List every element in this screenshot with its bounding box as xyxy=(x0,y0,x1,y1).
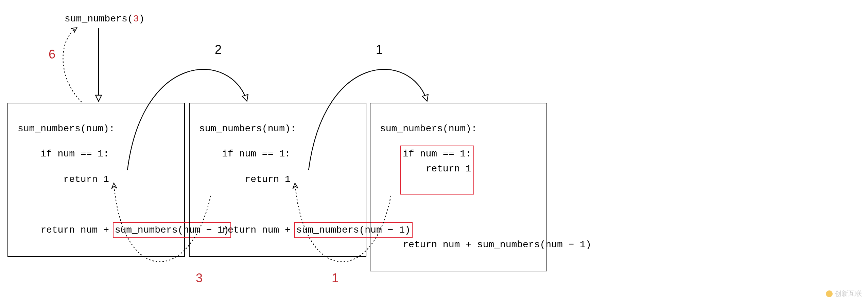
code-line xyxy=(18,197,175,212)
code-line xyxy=(380,212,537,227)
code-line: return 1 xyxy=(18,172,175,187)
entry-call-box: sum_numbers(3) xyxy=(56,6,153,29)
return-label-6: 6 xyxy=(49,48,55,61)
watermark-text: 创新互联 xyxy=(835,289,862,298)
return-label-3: 3 xyxy=(196,272,203,284)
return-label-1: 1 xyxy=(332,272,338,284)
code-line: if num == 1: return 1 xyxy=(380,147,537,176)
code-line: return num + sum_numbers(num − 1) xyxy=(18,223,175,237)
code-line: return 1 xyxy=(199,172,356,187)
code-frame-1: sum_numbers(num): if num == 1: return 1 … xyxy=(7,103,185,257)
code-line: if num == 1: xyxy=(199,147,356,161)
arrow-return-1-to-entry xyxy=(63,28,82,102)
watermark-icon xyxy=(826,290,833,297)
watermark: 创新互联 xyxy=(826,289,862,298)
forward-label-1: 1 xyxy=(376,44,383,56)
code-line: if num == 1: xyxy=(18,147,175,161)
code-frame-3: sum_numbers(num): if num == 1: return 1 … xyxy=(370,103,547,271)
entry-arg: 3 xyxy=(133,14,139,24)
entry-fn: sum_numbers xyxy=(65,14,127,24)
code-line: sum_numbers(num): xyxy=(380,121,537,136)
code-line: sum_numbers(num): xyxy=(199,121,356,136)
code-line: sum_numbers(num): xyxy=(18,121,175,136)
highlight-base-case: if num == 1: return 1 xyxy=(400,146,474,195)
code-line: return num + sum_numbers(num − 1) xyxy=(199,223,356,237)
code-line xyxy=(199,197,356,212)
forward-label-2: 2 xyxy=(215,44,222,56)
code-frame-2: sum_numbers(num): if num == 1: return 1 … xyxy=(189,103,366,257)
code-line: return num + sum_numbers(num − 1) xyxy=(380,237,537,252)
